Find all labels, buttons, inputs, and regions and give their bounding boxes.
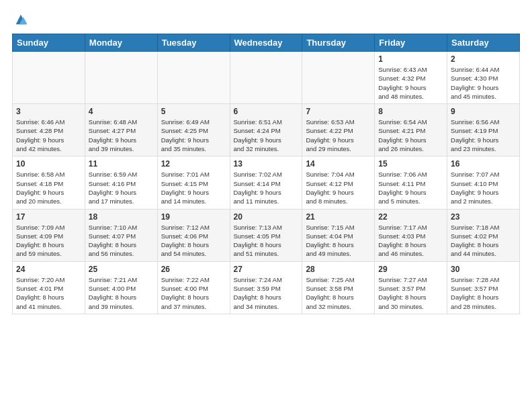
calendar-cell: 15Sunrise: 7:06 AM Sunset: 4:11 PM Dayli…: [375, 156, 447, 209]
logo-icon: [13, 12, 28, 27]
day-info: Sunrise: 6:46 AM Sunset: 4:28 PM Dayligh…: [16, 118, 81, 153]
calendar-cell: [157, 52, 230, 104]
day-number: 12: [161, 159, 226, 169]
day-info: Sunrise: 6:59 AM Sunset: 4:16 PM Dayligh…: [89, 170, 154, 205]
calendar-cell: 10Sunrise: 6:58 AM Sunset: 4:18 PM Dayli…: [13, 156, 85, 209]
header: [12, 12, 520, 27]
day-number: 9: [451, 107, 516, 116]
calendar-cell: 5Sunrise: 6:49 AM Sunset: 4:25 PM Daylig…: [157, 104, 230, 156]
weekday-header-friday: Friday: [375, 34, 447, 52]
logo: [12, 12, 28, 27]
day-number: 8: [378, 107, 443, 116]
page: SundayMondayTuesdayWednesdayThursdayFrid…: [0, 0, 532, 411]
day-info: Sunrise: 7:06 AM Sunset: 4:11 PM Dayligh…: [378, 170, 443, 205]
day-number: 13: [234, 159, 299, 169]
calendar-cell: 14Sunrise: 7:04 AM Sunset: 4:12 PM Dayli…: [302, 156, 375, 209]
day-number: 11: [89, 159, 154, 169]
day-info: Sunrise: 7:15 AM Sunset: 4:04 PM Dayligh…: [306, 223, 371, 259]
week-row-2: 3Sunrise: 6:46 AM Sunset: 4:28 PM Daylig…: [13, 104, 520, 156]
day-number: 20: [234, 212, 299, 222]
day-info: Sunrise: 7:13 AM Sunset: 4:05 PM Dayligh…: [234, 223, 299, 259]
weekday-header-monday: Monday: [85, 34, 157, 52]
calendar-cell: 26Sunrise: 7:22 AM Sunset: 4:00 PM Dayli…: [157, 261, 230, 314]
weekday-header-saturday: Saturday: [447, 34, 520, 52]
weekday-header-sunday: Sunday: [13, 34, 85, 52]
day-number: 1: [378, 54, 443, 64]
weekday-header-tuesday: Tuesday: [157, 34, 230, 52]
day-info: Sunrise: 7:07 AM Sunset: 4:10 PM Dayligh…: [451, 170, 516, 205]
week-row-5: 24Sunrise: 7:20 AM Sunset: 4:01 PM Dayli…: [13, 261, 520, 314]
day-number: 6: [234, 107, 299, 116]
day-info: Sunrise: 7:09 AM Sunset: 4:09 PM Dayligh…: [16, 223, 81, 259]
day-number: 15: [378, 159, 443, 169]
calendar-cell: 9Sunrise: 6:56 AM Sunset: 4:19 PM Daylig…: [447, 104, 520, 156]
day-info: Sunrise: 7:18 AM Sunset: 4:02 PM Dayligh…: [451, 223, 516, 259]
calendar-cell: 1Sunrise: 6:43 AM Sunset: 4:32 PM Daylig…: [375, 52, 447, 104]
calendar-cell: 24Sunrise: 7:20 AM Sunset: 4:01 PM Dayli…: [13, 261, 85, 314]
weekday-header-wednesday: Wednesday: [230, 34, 302, 52]
calendar-cell: 16Sunrise: 7:07 AM Sunset: 4:10 PM Dayli…: [447, 156, 520, 209]
day-info: Sunrise: 7:21 AM Sunset: 4:00 PM Dayligh…: [89, 275, 154, 311]
day-info: Sunrise: 7:20 AM Sunset: 4:01 PM Dayligh…: [16, 275, 81, 311]
calendar-cell: 2Sunrise: 6:44 AM Sunset: 4:30 PM Daylig…: [447, 52, 520, 104]
day-number: 19: [161, 212, 226, 222]
day-info: Sunrise: 7:04 AM Sunset: 4:12 PM Dayligh…: [306, 170, 371, 205]
calendar-cell: 11Sunrise: 6:59 AM Sunset: 4:16 PM Dayli…: [85, 156, 157, 209]
weekday-header-thursday: Thursday: [302, 34, 375, 52]
calendar-cell: [85, 52, 157, 104]
day-number: 29: [378, 265, 443, 274]
week-row-4: 17Sunrise: 7:09 AM Sunset: 4:09 PM Dayli…: [13, 209, 520, 261]
calendar-cell: 27Sunrise: 7:24 AM Sunset: 3:59 PM Dayli…: [230, 261, 302, 314]
day-number: 2: [451, 54, 516, 64]
day-number: 26: [161, 265, 226, 274]
calendar-table: SundayMondayTuesdayWednesdayThursdayFrid…: [12, 34, 520, 314]
day-number: 21: [306, 212, 371, 222]
calendar-cell: 21Sunrise: 7:15 AM Sunset: 4:04 PM Dayli…: [302, 209, 375, 261]
day-info: Sunrise: 7:01 AM Sunset: 4:15 PM Dayligh…: [161, 170, 226, 205]
calendar-cell: 25Sunrise: 7:21 AM Sunset: 4:00 PM Dayli…: [85, 261, 157, 314]
day-info: Sunrise: 6:54 AM Sunset: 4:21 PM Dayligh…: [378, 118, 443, 153]
day-info: Sunrise: 7:28 AM Sunset: 3:57 PM Dayligh…: [451, 275, 516, 311]
day-number: 28: [306, 265, 371, 274]
calendar-cell: [302, 52, 375, 104]
day-info: Sunrise: 6:51 AM Sunset: 4:24 PM Dayligh…: [234, 118, 299, 153]
day-info: Sunrise: 7:17 AM Sunset: 4:03 PM Dayligh…: [378, 223, 443, 259]
day-info: Sunrise: 7:22 AM Sunset: 4:00 PM Dayligh…: [161, 275, 226, 311]
calendar-cell: 18Sunrise: 7:10 AM Sunset: 4:07 PM Dayli…: [85, 209, 157, 261]
day-number: 7: [306, 107, 371, 116]
day-info: Sunrise: 7:25 AM Sunset: 3:58 PM Dayligh…: [306, 275, 371, 311]
calendar-cell: 13Sunrise: 7:02 AM Sunset: 4:14 PM Dayli…: [230, 156, 302, 209]
day-info: Sunrise: 6:53 AM Sunset: 4:22 PM Dayligh…: [306, 118, 371, 153]
week-row-1: 1Sunrise: 6:43 AM Sunset: 4:32 PM Daylig…: [13, 52, 520, 104]
day-info: Sunrise: 6:43 AM Sunset: 4:32 PM Dayligh…: [378, 65, 443, 101]
day-info: Sunrise: 7:24 AM Sunset: 3:59 PM Dayligh…: [234, 275, 299, 311]
calendar-cell: 23Sunrise: 7:18 AM Sunset: 4:02 PM Dayli…: [447, 209, 520, 261]
week-row-3: 10Sunrise: 6:58 AM Sunset: 4:18 PM Dayli…: [13, 156, 520, 209]
day-info: Sunrise: 6:58 AM Sunset: 4:18 PM Dayligh…: [16, 170, 81, 205]
calendar-cell: 28Sunrise: 7:25 AM Sunset: 3:58 PM Dayli…: [302, 261, 375, 314]
day-number: 14: [306, 159, 371, 169]
day-info: Sunrise: 6:48 AM Sunset: 4:27 PM Dayligh…: [89, 118, 154, 153]
calendar-cell: 30Sunrise: 7:28 AM Sunset: 3:57 PM Dayli…: [447, 261, 520, 314]
calendar-cell: 17Sunrise: 7:09 AM Sunset: 4:09 PM Dayli…: [13, 209, 85, 261]
calendar-cell: 7Sunrise: 6:53 AM Sunset: 4:22 PM Daylig…: [302, 104, 375, 156]
day-info: Sunrise: 6:49 AM Sunset: 4:25 PM Dayligh…: [161, 118, 226, 153]
day-info: Sunrise: 7:27 AM Sunset: 3:57 PM Dayligh…: [378, 275, 443, 311]
day-number: 16: [451, 159, 516, 169]
day-number: 17: [16, 212, 81, 222]
day-number: 10: [16, 159, 81, 169]
header-row: SundayMondayTuesdayWednesdayThursdayFrid…: [13, 34, 520, 52]
calendar-cell: 4Sunrise: 6:48 AM Sunset: 4:27 PM Daylig…: [85, 104, 157, 156]
calendar-cell: 29Sunrise: 7:27 AM Sunset: 3:57 PM Dayli…: [375, 261, 447, 314]
day-info: Sunrise: 7:10 AM Sunset: 4:07 PM Dayligh…: [89, 223, 154, 259]
calendar-cell: [13, 52, 85, 104]
day-number: 30: [451, 265, 516, 274]
calendar-cell: 22Sunrise: 7:17 AM Sunset: 4:03 PM Dayli…: [375, 209, 447, 261]
day-number: 18: [89, 212, 154, 222]
day-number: 22: [378, 212, 443, 222]
calendar-cell: 12Sunrise: 7:01 AM Sunset: 4:15 PM Dayli…: [157, 156, 230, 209]
day-info: Sunrise: 6:44 AM Sunset: 4:30 PM Dayligh…: [451, 65, 516, 101]
day-number: 4: [89, 107, 154, 116]
day-number: 23: [451, 212, 516, 222]
calendar-cell: 19Sunrise: 7:12 AM Sunset: 4:06 PM Dayli…: [157, 209, 230, 261]
